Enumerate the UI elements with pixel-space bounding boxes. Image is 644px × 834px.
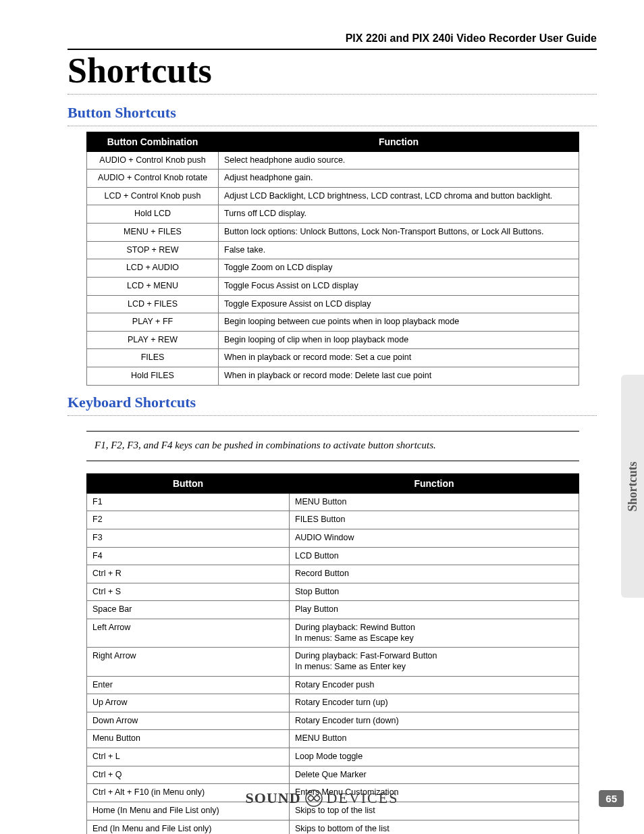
- brand-sound: SOUND: [246, 789, 301, 807]
- cell-function: When in playback or record mode: Delete …: [219, 367, 579, 386]
- cell-button: Right Arrow: [87, 648, 290, 676]
- cell-button-combination: STOP + REW: [87, 241, 219, 259]
- footer: SOUND DEVICES: [0, 789, 644, 807]
- cell-function: Loop Mode toggle: [290, 748, 579, 766]
- table-row: End (In Menu and File List only)Skips to…: [87, 820, 579, 834]
- section-button-shortcuts: Button Shortcuts: [68, 104, 597, 122]
- note-rule-bottom: [86, 461, 579, 461]
- section-rule: [68, 415, 597, 416]
- cell-button: Ctrl + S: [87, 583, 290, 601]
- cell-function: Rotary Encoder turn (up): [290, 694, 579, 712]
- cell-button: Space Bar: [87, 601, 290, 619]
- table-row: Up ArrowRotary Encoder turn (up): [87, 694, 579, 712]
- col-button-combination: Button Combination: [87, 132, 219, 151]
- cell-button-combination: LCD + AUDIO: [87, 259, 219, 278]
- cell-function: Button lock options: Unlock Buttons, Loc…: [219, 224, 579, 242]
- cell-function: When in playback or record mode: Set a c…: [219, 349, 579, 367]
- cell-function: Toggle Focus Assist on LCD display: [219, 277, 579, 295]
- table-row: F3AUDIO Window: [87, 529, 579, 547]
- brand-devices: DEVICES: [327, 789, 399, 807]
- table-row: Menu ButtonMENU Button: [87, 730, 579, 748]
- table-row: Ctrl + RRecord Button: [87, 565, 579, 583]
- cell-function: MENU Button: [290, 730, 579, 748]
- table-row: EnterRotary Encoder push: [87, 676, 579, 694]
- table-row: Left ArrowDuring playback: Rewind Button…: [87, 619, 579, 648]
- col-function: Function: [219, 132, 579, 151]
- table-row: MENU + FILESButton lock options: Unlock …: [87, 224, 579, 242]
- cell-button-combination: PLAY + FF: [87, 313, 219, 332]
- brand-logo: SOUND DEVICES: [246, 789, 399, 807]
- cell-button: Menu Button: [87, 730, 290, 748]
- page-number-badge: 65: [599, 790, 624, 807]
- cell-button-combination: LCD + MENU: [87, 277, 219, 295]
- table-row: STOP + REWFalse take.: [87, 241, 579, 259]
- cell-button: Ctrl + Q: [87, 766, 290, 784]
- cell-function: Rotary Encoder turn (down): [290, 712, 579, 730]
- cell-button-combination: AUDIO + Control Knob rotate: [87, 170, 219, 188]
- cell-button: Up Arrow: [87, 694, 290, 712]
- table-row: Right ArrowDuring playback: Fast-Forward…: [87, 648, 579, 676]
- table-row: LCD + AUDIOToggle Zoom on LCD display: [87, 259, 579, 278]
- cell-button: Left Arrow: [87, 619, 290, 648]
- table-row: F4LCD Button: [87, 547, 579, 565]
- cell-function: Adjust headphone gain.: [219, 170, 579, 188]
- cell-button-combination: AUDIO + Control Knob push: [87, 151, 219, 170]
- cell-function: MENU Button: [290, 493, 579, 511]
- table-row: Ctrl + SStop Button: [87, 583, 579, 601]
- cell-function: Turns off LCD display.: [219, 205, 579, 224]
- cell-function: Adjust LCD Backlight, LCD brightness, LC…: [219, 187, 579, 205]
- table-row: F1MENU Button: [87, 493, 579, 511]
- cell-button: F4: [87, 547, 290, 565]
- button-shortcuts-table: Button Combination Function AUDIO + Cont…: [86, 132, 579, 386]
- col-function: Function: [290, 473, 579, 493]
- cell-function: LCD Button: [290, 547, 579, 565]
- table-row: Ctrl + QDelete Que Marker: [87, 766, 579, 784]
- cell-function: During playback: Rewind Button In menus:…: [290, 619, 579, 648]
- table-row: Down ArrowRotary Encoder turn (down): [87, 712, 579, 730]
- cell-function: FILES Button: [290, 511, 579, 529]
- table-row: F2FILES Button: [87, 511, 579, 529]
- cell-function: Begin looping between cue points when in…: [219, 313, 579, 332]
- table-row: PLAY + REWBegin looping of clip when in …: [87, 331, 579, 349]
- table-row: LCD + Control Knob pushAdjust LCD Backli…: [87, 187, 579, 205]
- cell-button-combination: Hold FILES: [87, 367, 219, 386]
- cell-button: F3: [87, 529, 290, 547]
- cell-function: False take.: [219, 241, 579, 259]
- table-header-row: Button Combination Function: [87, 132, 579, 151]
- cell-function: Begin looping of clip when in loop playb…: [219, 331, 579, 349]
- col-button: Button: [87, 473, 290, 493]
- cell-button: Down Arrow: [87, 712, 290, 730]
- cell-function: Select headphone audio source.: [219, 151, 579, 170]
- cell-function: Play Button: [290, 601, 579, 619]
- table-row: LCD + MENUToggle Focus Assist on LCD dis…: [87, 277, 579, 295]
- table-row: LCD + FILESToggle Exposure Assist on LCD…: [87, 295, 579, 313]
- cell-button-combination: LCD + Control Knob push: [87, 187, 219, 205]
- cell-button-combination: PLAY + REW: [87, 331, 219, 349]
- side-tab-label: Shortcuts: [626, 461, 640, 511]
- cell-button: Ctrl + R: [87, 565, 290, 583]
- guide-title: PIX 220i and PIX 240i Video Recorder Use…: [68, 32, 597, 50]
- table-row: AUDIO + Control Knob pushSelect headphon…: [87, 151, 579, 170]
- side-tab: Shortcuts: [621, 375, 644, 598]
- cell-function: During playback: Fast-Forward Button In …: [290, 648, 579, 676]
- cell-function: AUDIO Window: [290, 529, 579, 547]
- cell-button: End (In Menu and File List only): [87, 820, 290, 834]
- wave-icon: [305, 789, 323, 807]
- table-row: Hold LCDTurns off LCD display.: [87, 205, 579, 224]
- keyboard-shortcuts-table: Button Function F1MENU ButtonF2FILES But…: [86, 473, 579, 834]
- table-row: Ctrl + LLoop Mode toggle: [87, 748, 579, 766]
- table-row: Hold FILESWhen in playback or record mod…: [87, 367, 579, 386]
- cell-function: Rotary Encoder push: [290, 676, 579, 694]
- table-row: PLAY + FFBegin looping between cue point…: [87, 313, 579, 332]
- title-rule: [68, 94, 597, 95]
- table-row: AUDIO + Control Knob rotateAdjust headph…: [87, 170, 579, 188]
- section-keyboard-shortcuts: Keyboard Shortcuts: [68, 394, 597, 411]
- page-title: Shortcuts: [68, 53, 597, 90]
- cell-function: Record Button: [290, 565, 579, 583]
- cell-button-combination: LCD + FILES: [87, 295, 219, 313]
- table-header-row: Button Function: [87, 473, 579, 493]
- cell-button: Enter: [87, 676, 290, 694]
- cell-button: F2: [87, 511, 290, 529]
- cell-function: Toggle Exposure Assist on LCD display: [219, 295, 579, 313]
- cell-function: Skips to bottom of the list: [290, 820, 579, 834]
